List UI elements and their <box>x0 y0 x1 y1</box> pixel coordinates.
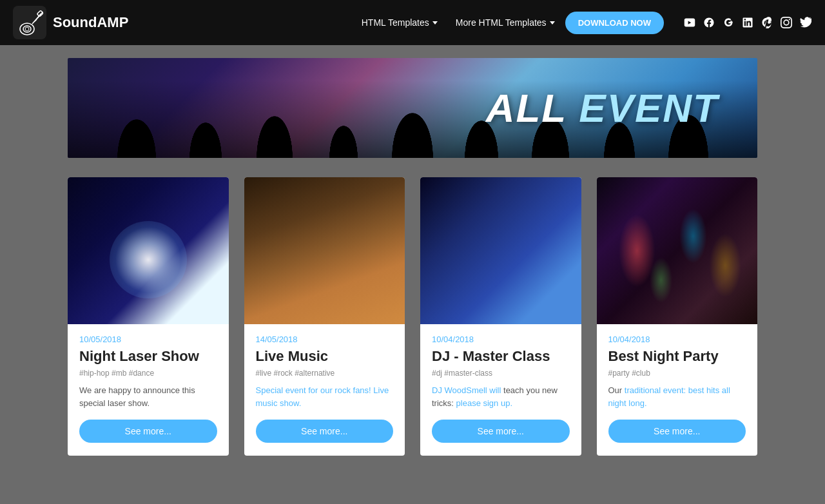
event-card-4: 10/04/2018 Best Night Party #party #club… <box>597 177 758 456</box>
facebook-icon[interactable] <box>703 16 715 29</box>
hero-background: ALL EVENT <box>68 58 757 158</box>
card-body-4: 10/04/2018 Best Night Party #party #club… <box>597 324 758 456</box>
card-desc-4: Our traditional event: best hits all nig… <box>608 384 746 409</box>
card-desc-link-4[interactable]: traditional event: best hits all night l… <box>608 385 730 408</box>
event-card-1: 10/05/2018 Night Laser Show #hip-hop #mb… <box>68 177 229 456</box>
event-card-2: 14/05/2018 Live Music #live #rock #alter… <box>244 177 405 456</box>
logo-link[interactable]: SoundAMP <box>13 6 128 39</box>
card-desc-link-3a[interactable]: DJ WoodSmell will <box>432 385 501 395</box>
card-desc-3: DJ WoodSmell will teach you new tricks: … <box>432 384 570 409</box>
social-icons <box>683 16 812 29</box>
card-tags-1: #hip-hop #mb #dance <box>79 369 217 378</box>
card-title-1: Night Laser Show <box>79 348 217 365</box>
youtube-icon[interactable] <box>683 16 696 29</box>
event-card-3: 10/04/2018 DJ - Master Class #dj #master… <box>420 177 581 456</box>
card-image-3 <box>420 177 581 324</box>
card-tags-4: #party #club <box>608 369 746 378</box>
html-templates-link[interactable]: HTML Templates <box>354 12 445 33</box>
guitar-icon <box>13 6 46 39</box>
pinterest-icon[interactable] <box>761 16 773 29</box>
card-date-1: 10/05/2018 <box>79 334 217 344</box>
event-cards: 10/05/2018 Night Laser Show #hip-hop #mb… <box>68 177 757 456</box>
hero-title: ALL EVENT <box>486 85 719 131</box>
card-body-1: 10/05/2018 Night Laser Show #hip-hop #mb… <box>68 324 229 456</box>
dropdown-caret-icon <box>432 21 438 24</box>
card-title-3: DJ - Master Class <box>432 348 570 365</box>
card-btn-4[interactable]: See more... <box>608 420 746 443</box>
card-tags-3: #dj #master-class <box>432 369 570 378</box>
twitter-icon[interactable] <box>799 16 812 29</box>
card-btn-2[interactable]: See more... <box>256 420 394 443</box>
card-image-1 <box>68 177 229 324</box>
card-date-4: 10/04/2018 <box>608 334 746 344</box>
logo-text: SoundAMP <box>53 14 128 31</box>
card-image-2 <box>244 177 405 324</box>
card-body-2: 14/05/2018 Live Music #live #rock #alter… <box>244 324 405 456</box>
card-date-3: 10/04/2018 <box>432 334 570 344</box>
download-button[interactable]: DOWNLOAD NOW <box>565 12 664 34</box>
card-title-4: Best Night Party <box>608 348 746 365</box>
nav-links: HTML Templates More HTML Templates DOWNL… <box>354 12 664 34</box>
card-date-2: 14/05/2018 <box>256 334 394 344</box>
googleplus-icon[interactable] <box>722 16 735 29</box>
instagram-icon[interactable] <box>780 16 793 29</box>
card-tags-2: #live #rock #alternative <box>256 369 394 378</box>
card-title-2: Live Music <box>256 348 394 365</box>
card-btn-1[interactable]: See more... <box>79 420 217 443</box>
card-image-4 <box>597 177 758 324</box>
linkedin-icon[interactable] <box>741 16 754 29</box>
card-desc-2: Special event for our rock fans! Live mu… <box>256 384 394 409</box>
card-desc-1: We are happy to announce this special la… <box>79 384 217 409</box>
card-btn-3[interactable]: See more... <box>432 420 570 443</box>
card-body-3: 10/04/2018 DJ - Master Class #dj #master… <box>420 324 581 456</box>
card-desc-link-2[interactable]: Special event for our rock fans! Live mu… <box>256 385 389 408</box>
card-desc-link-3b[interactable]: please sign up. <box>456 398 512 408</box>
more-templates-link[interactable]: More HTML Templates <box>448 12 563 33</box>
hero-banner: ALL EVENT <box>68 58 757 158</box>
navbar: SoundAMP HTML Templates More HTML Templa… <box>0 0 825 45</box>
dropdown-caret-icon-2 <box>550 21 555 24</box>
